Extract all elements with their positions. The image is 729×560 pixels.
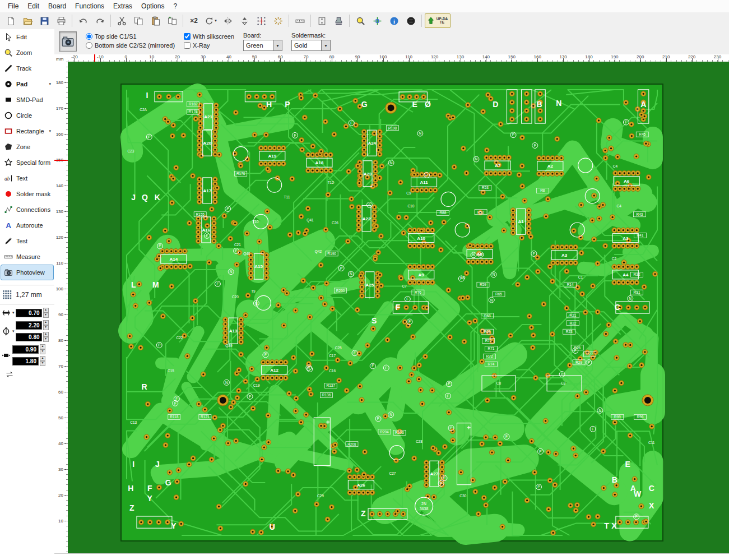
svg-text:F: F <box>372 364 374 368</box>
duplicate-button[interactable] <box>164 13 180 28</box>
chevron-down-icon[interactable]: ▾ <box>49 129 51 133</box>
pin-header-button[interactable] <box>314 13 329 28</box>
board-color-select[interactable]: Green ▼ <box>243 40 282 51</box>
print-button[interactable] <box>53 13 69 28</box>
sidebar-item-smd-pad[interactable]: SMD-Pad <box>1 92 54 108</box>
pad-drill-value[interactable]: 0.80 <box>16 333 42 341</box>
smd-width-value[interactable]: 0.90 <box>12 345 39 354</box>
stamp-button[interactable] <box>331 13 346 28</box>
cleanup-icon <box>273 16 283 26</box>
info-icon: i <box>389 16 399 26</box>
chevron-down-icon[interactable]: ▾ <box>49 82 51 86</box>
menu-functions[interactable]: Functions <box>71 1 109 11</box>
sidebar-item-special-form[interactable]: Special form <box>1 155 54 170</box>
sidebar-item-solder-mask[interactable]: Solder mask <box>1 186 54 202</box>
ruler-number: 160 <box>534 54 541 59</box>
ruler-number: 190 <box>611 54 618 59</box>
radio-top-side-input[interactable] <box>86 33 92 40</box>
pcb-canvas[interactable]: A21A20A19A18A24A23A17A16A22A15A14A25A13A… <box>68 62 729 554</box>
dropdown-arrow-icon[interactable]: ▼ <box>321 40 330 50</box>
smd-height-value[interactable]: 1.80 <box>12 357 39 365</box>
checkbox-xray[interactable]: X-Ray <box>184 42 234 49</box>
svg-text:A7: A7 <box>495 163 501 168</box>
measure-button[interactable] <box>292 13 308 28</box>
chevron-down-icon[interactable]: ▾ <box>12 311 15 315</box>
paste-button[interactable] <box>147 13 163 28</box>
scale-x2-button[interactable]: ×2 <box>186 13 202 28</box>
grid-setting[interactable]: 1,27 mm <box>0 285 54 304</box>
pad-drill-spinner[interactable]: ▲▼ <box>43 332 49 342</box>
radio-bottom-side[interactable]: Bottom side C2/S2 (mirrored) <box>86 42 175 49</box>
svg-text:A18: A18 <box>315 160 324 165</box>
cut-button[interactable] <box>114 13 129 28</box>
svg-text:A1: A1 <box>518 219 524 224</box>
menu-board[interactable]: Board <box>44 1 71 11</box>
svg-text:F: F <box>592 427 594 431</box>
svg-text:R70: R70 <box>485 339 492 343</box>
new-button[interactable] <box>3 13 18 28</box>
mirror-vertical-button[interactable] <box>236 13 252 28</box>
sidebar-item-circle[interactable]: Circle <box>1 108 54 123</box>
sidebar-item-test[interactable]: Test <box>1 233 54 249</box>
swap-arrows-icon[interactable] <box>4 369 15 379</box>
svg-text:C3: C3 <box>561 381 566 385</box>
sidebar-item-track[interactable]: Track <box>1 61 54 76</box>
ruler-number: 140 <box>56 183 63 188</box>
sidebar-item-rectangle[interactable]: Rectangle▾ <box>1 123 54 139</box>
ruler-number: 60 <box>278 54 283 59</box>
sidebar-item-pad[interactable]: Pad▾ <box>1 76 54 92</box>
pad-diameter-value[interactable]: 2.20 <box>16 321 42 330</box>
chevron-down-icon[interactable]: ▾ <box>215 18 217 23</box>
sidebar-item-measure[interactable]: Measure <box>1 249 54 265</box>
toolbar-separator <box>310 15 311 27</box>
svg-text:F: F <box>368 203 370 207</box>
undo-button[interactable] <box>75 13 91 28</box>
sidebar-item-autoroute[interactable]: AAutoroute <box>1 217 54 233</box>
svg-text:F: F <box>534 144 536 147</box>
sidebar-item-label: Pad <box>16 81 27 87</box>
photoview-camera-button[interactable] <box>59 31 77 52</box>
menu-help[interactable]: ? <box>169 1 182 11</box>
open-button[interactable] <box>20 13 35 28</box>
soldermask-sphere-button[interactable] <box>403 13 419 28</box>
chevron-down-icon[interactable]: ▾ <box>12 329 15 334</box>
redo-button[interactable] <box>92 13 108 28</box>
sidebar-item-edit[interactable]: Edit <box>1 29 54 45</box>
mirror-horizontal-button[interactable] <box>220 13 235 28</box>
soldermask-color-select[interactable]: Gold ▼ <box>291 40 331 51</box>
sidebar-item-zoom[interactable]: Zoom <box>1 45 54 61</box>
cleanup-button[interactable] <box>270 13 286 28</box>
menu-options[interactable]: Options <box>137 1 169 11</box>
track-width-value[interactable]: 0.70 <box>16 309 42 317</box>
sidebar-item-text[interactable]: abText <box>1 170 54 186</box>
dropdown-arrow-icon[interactable]: ▼ <box>273 40 282 50</box>
checkbox-silkscreen-input[interactable] <box>184 33 191 40</box>
save-button[interactable] <box>36 13 52 28</box>
checkbox-xray-input[interactable] <box>184 42 191 49</box>
svg-text:C27: C27 <box>389 471 396 475</box>
sidebar-item-photoview[interactable]: Photoview <box>1 265 54 280</box>
sidebar-item-connections[interactable]: Connections <box>1 202 54 217</box>
smd-width-spinner[interactable]: ▲▼ <box>40 344 45 354</box>
snap-grid-button[interactable] <box>253 13 269 28</box>
rotate-button[interactable]: ▾ <box>203 13 219 28</box>
checkbox-with-silkscreen[interactable]: With silkscreen <box>184 33 234 40</box>
copy-button[interactable] <box>131 13 146 28</box>
crosshair-snap-button[interactable] <box>369 13 385 28</box>
track-width-spinner[interactable]: ▲▼ <box>43 308 49 318</box>
update-button[interactable]: UP-DATE <box>425 13 451 28</box>
info-button[interactable]: i <box>386 13 402 28</box>
menu-edit[interactable]: Edit <box>23 1 44 11</box>
svg-text:A15: A15 <box>254 264 263 269</box>
radio-bottom-side-input[interactable] <box>86 42 92 49</box>
side-radio-group: Top side C1/S1 Bottom side C2/S2 (mirror… <box>86 31 175 49</box>
menu-extras[interactable]: Extras <box>109 1 137 11</box>
toolbar-separator <box>421 15 422 27</box>
radio-top-side[interactable]: Top side C1/S1 <box>86 33 175 40</box>
ruler-number: 230 <box>714 54 721 59</box>
pad-diameter-spinner[interactable]: ▲▼ <box>43 320 49 330</box>
smd-height-spinner[interactable]: ▲▼ <box>40 356 45 366</box>
zoom-button[interactable] <box>352 13 368 28</box>
sidebar-item-zone[interactable]: Zone <box>1 139 54 155</box>
menu-file[interactable]: File <box>3 1 23 11</box>
